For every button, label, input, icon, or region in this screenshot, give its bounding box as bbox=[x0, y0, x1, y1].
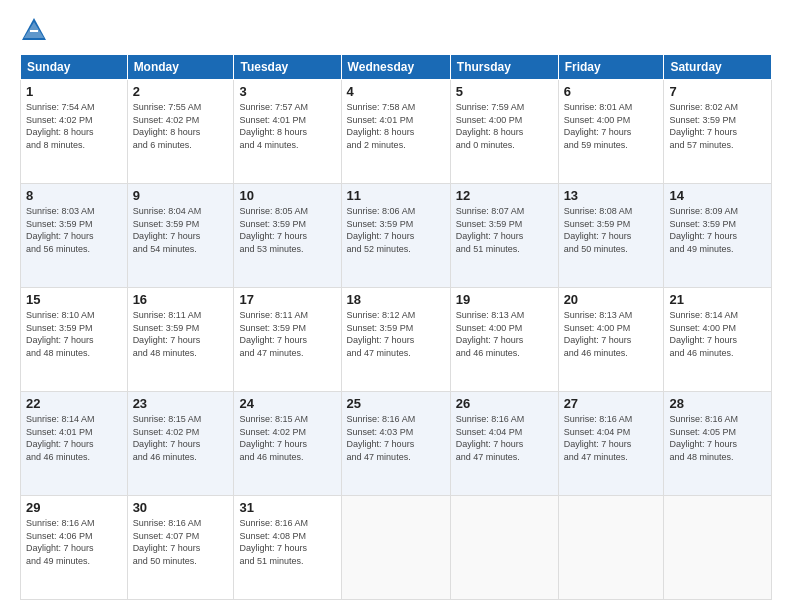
day-cell: 14Sunrise: 8:09 AM Sunset: 3:59 PM Dayli… bbox=[664, 184, 772, 288]
day-info: Sunrise: 7:58 AM Sunset: 4:01 PM Dayligh… bbox=[347, 101, 445, 151]
week-row-3: 15Sunrise: 8:10 AM Sunset: 3:59 PM Dayli… bbox=[21, 288, 772, 392]
day-info: Sunrise: 8:06 AM Sunset: 3:59 PM Dayligh… bbox=[347, 205, 445, 255]
day-number: 31 bbox=[239, 500, 335, 515]
day-number: 14 bbox=[669, 188, 766, 203]
day-number: 7 bbox=[669, 84, 766, 99]
day-cell: 27Sunrise: 8:16 AM Sunset: 4:04 PM Dayli… bbox=[558, 392, 664, 496]
day-info: Sunrise: 7:57 AM Sunset: 4:01 PM Dayligh… bbox=[239, 101, 335, 151]
day-info: Sunrise: 7:54 AM Sunset: 4:02 PM Dayligh… bbox=[26, 101, 122, 151]
day-number: 23 bbox=[133, 396, 229, 411]
day-info: Sunrise: 8:16 AM Sunset: 4:05 PM Dayligh… bbox=[669, 413, 766, 463]
day-info: Sunrise: 8:01 AM Sunset: 4:00 PM Dayligh… bbox=[564, 101, 659, 151]
col-header-thursday: Thursday bbox=[450, 55, 558, 80]
day-info: Sunrise: 8:16 AM Sunset: 4:07 PM Dayligh… bbox=[133, 517, 229, 567]
day-cell: 18Sunrise: 8:12 AM Sunset: 3:59 PM Dayli… bbox=[341, 288, 450, 392]
day-info: Sunrise: 8:11 AM Sunset: 3:59 PM Dayligh… bbox=[133, 309, 229, 359]
day-cell bbox=[450, 496, 558, 600]
day-cell: 15Sunrise: 8:10 AM Sunset: 3:59 PM Dayli… bbox=[21, 288, 128, 392]
week-row-5: 29Sunrise: 8:16 AM Sunset: 4:06 PM Dayli… bbox=[21, 496, 772, 600]
day-number: 26 bbox=[456, 396, 553, 411]
day-info: Sunrise: 8:12 AM Sunset: 3:59 PM Dayligh… bbox=[347, 309, 445, 359]
day-number: 16 bbox=[133, 292, 229, 307]
day-number: 12 bbox=[456, 188, 553, 203]
day-info: Sunrise: 8:11 AM Sunset: 3:59 PM Dayligh… bbox=[239, 309, 335, 359]
day-cell: 31Sunrise: 8:16 AM Sunset: 4:08 PM Dayli… bbox=[234, 496, 341, 600]
day-cell: 3Sunrise: 7:57 AM Sunset: 4:01 PM Daylig… bbox=[234, 80, 341, 184]
day-info: Sunrise: 8:09 AM Sunset: 3:59 PM Dayligh… bbox=[669, 205, 766, 255]
day-cell: 2Sunrise: 7:55 AM Sunset: 4:02 PM Daylig… bbox=[127, 80, 234, 184]
calendar-table: SundayMondayTuesdayWednesdayThursdayFrid… bbox=[20, 54, 772, 600]
day-cell: 9Sunrise: 8:04 AM Sunset: 3:59 PM Daylig… bbox=[127, 184, 234, 288]
day-number: 25 bbox=[347, 396, 445, 411]
week-row-1: 1Sunrise: 7:54 AM Sunset: 4:02 PM Daylig… bbox=[21, 80, 772, 184]
day-number: 20 bbox=[564, 292, 659, 307]
col-header-monday: Monday bbox=[127, 55, 234, 80]
day-info: Sunrise: 8:10 AM Sunset: 3:59 PM Dayligh… bbox=[26, 309, 122, 359]
day-cell: 21Sunrise: 8:14 AM Sunset: 4:00 PM Dayli… bbox=[664, 288, 772, 392]
day-info: Sunrise: 8:05 AM Sunset: 3:59 PM Dayligh… bbox=[239, 205, 335, 255]
day-cell: 5Sunrise: 7:59 AM Sunset: 4:00 PM Daylig… bbox=[450, 80, 558, 184]
day-cell: 13Sunrise: 8:08 AM Sunset: 3:59 PM Dayli… bbox=[558, 184, 664, 288]
day-info: Sunrise: 8:04 AM Sunset: 3:59 PM Dayligh… bbox=[133, 205, 229, 255]
day-cell: 6Sunrise: 8:01 AM Sunset: 4:00 PM Daylig… bbox=[558, 80, 664, 184]
day-number: 15 bbox=[26, 292, 122, 307]
day-number: 27 bbox=[564, 396, 659, 411]
day-info: Sunrise: 8:15 AM Sunset: 4:02 PM Dayligh… bbox=[133, 413, 229, 463]
day-info: Sunrise: 8:02 AM Sunset: 3:59 PM Dayligh… bbox=[669, 101, 766, 151]
day-cell: 25Sunrise: 8:16 AM Sunset: 4:03 PM Dayli… bbox=[341, 392, 450, 496]
day-cell: 20Sunrise: 8:13 AM Sunset: 4:00 PM Dayli… bbox=[558, 288, 664, 392]
day-info: Sunrise: 8:16 AM Sunset: 4:06 PM Dayligh… bbox=[26, 517, 122, 567]
header bbox=[20, 16, 772, 44]
day-number: 10 bbox=[239, 188, 335, 203]
calendar-header-row: SundayMondayTuesdayWednesdayThursdayFrid… bbox=[21, 55, 772, 80]
day-cell: 30Sunrise: 8:16 AM Sunset: 4:07 PM Dayli… bbox=[127, 496, 234, 600]
day-info: Sunrise: 8:16 AM Sunset: 4:08 PM Dayligh… bbox=[239, 517, 335, 567]
col-header-wednesday: Wednesday bbox=[341, 55, 450, 80]
day-info: Sunrise: 7:59 AM Sunset: 4:00 PM Dayligh… bbox=[456, 101, 553, 151]
week-row-2: 8Sunrise: 8:03 AM Sunset: 3:59 PM Daylig… bbox=[21, 184, 772, 288]
day-cell: 16Sunrise: 8:11 AM Sunset: 3:59 PM Dayli… bbox=[127, 288, 234, 392]
day-cell: 17Sunrise: 8:11 AM Sunset: 3:59 PM Dayli… bbox=[234, 288, 341, 392]
day-number: 24 bbox=[239, 396, 335, 411]
day-info: Sunrise: 8:13 AM Sunset: 4:00 PM Dayligh… bbox=[456, 309, 553, 359]
day-number: 1 bbox=[26, 84, 122, 99]
day-info: Sunrise: 7:55 AM Sunset: 4:02 PM Dayligh… bbox=[133, 101, 229, 151]
day-info: Sunrise: 8:14 AM Sunset: 4:01 PM Dayligh… bbox=[26, 413, 122, 463]
day-number: 21 bbox=[669, 292, 766, 307]
day-cell bbox=[664, 496, 772, 600]
day-cell: 8Sunrise: 8:03 AM Sunset: 3:59 PM Daylig… bbox=[21, 184, 128, 288]
day-cell: 7Sunrise: 8:02 AM Sunset: 3:59 PM Daylig… bbox=[664, 80, 772, 184]
day-cell: 28Sunrise: 8:16 AM Sunset: 4:05 PM Dayli… bbox=[664, 392, 772, 496]
day-info: Sunrise: 8:16 AM Sunset: 4:04 PM Dayligh… bbox=[564, 413, 659, 463]
day-cell: 4Sunrise: 7:58 AM Sunset: 4:01 PM Daylig… bbox=[341, 80, 450, 184]
logo-icon bbox=[20, 16, 48, 44]
col-header-saturday: Saturday bbox=[664, 55, 772, 80]
day-cell: 11Sunrise: 8:06 AM Sunset: 3:59 PM Dayli… bbox=[341, 184, 450, 288]
day-info: Sunrise: 8:16 AM Sunset: 4:03 PM Dayligh… bbox=[347, 413, 445, 463]
day-number: 11 bbox=[347, 188, 445, 203]
day-number: 2 bbox=[133, 84, 229, 99]
day-info: Sunrise: 8:08 AM Sunset: 3:59 PM Dayligh… bbox=[564, 205, 659, 255]
col-header-tuesday: Tuesday bbox=[234, 55, 341, 80]
day-info: Sunrise: 8:03 AM Sunset: 3:59 PM Dayligh… bbox=[26, 205, 122, 255]
day-info: Sunrise: 8:15 AM Sunset: 4:02 PM Dayligh… bbox=[239, 413, 335, 463]
day-number: 5 bbox=[456, 84, 553, 99]
day-cell bbox=[558, 496, 664, 600]
day-cell: 12Sunrise: 8:07 AM Sunset: 3:59 PM Dayli… bbox=[450, 184, 558, 288]
day-number: 19 bbox=[456, 292, 553, 307]
day-cell: 22Sunrise: 8:14 AM Sunset: 4:01 PM Dayli… bbox=[21, 392, 128, 496]
day-number: 29 bbox=[26, 500, 122, 515]
day-number: 6 bbox=[564, 84, 659, 99]
day-number: 3 bbox=[239, 84, 335, 99]
col-header-friday: Friday bbox=[558, 55, 664, 80]
col-header-sunday: Sunday bbox=[21, 55, 128, 80]
calendar-page: SundayMondayTuesdayWednesdayThursdayFrid… bbox=[0, 0, 792, 612]
week-row-4: 22Sunrise: 8:14 AM Sunset: 4:01 PM Dayli… bbox=[21, 392, 772, 496]
day-info: Sunrise: 8:14 AM Sunset: 4:00 PM Dayligh… bbox=[669, 309, 766, 359]
day-cell: 26Sunrise: 8:16 AM Sunset: 4:04 PM Dayli… bbox=[450, 392, 558, 496]
day-number: 22 bbox=[26, 396, 122, 411]
day-number: 17 bbox=[239, 292, 335, 307]
day-number: 13 bbox=[564, 188, 659, 203]
day-number: 8 bbox=[26, 188, 122, 203]
day-cell: 29Sunrise: 8:16 AM Sunset: 4:06 PM Dayli… bbox=[21, 496, 128, 600]
